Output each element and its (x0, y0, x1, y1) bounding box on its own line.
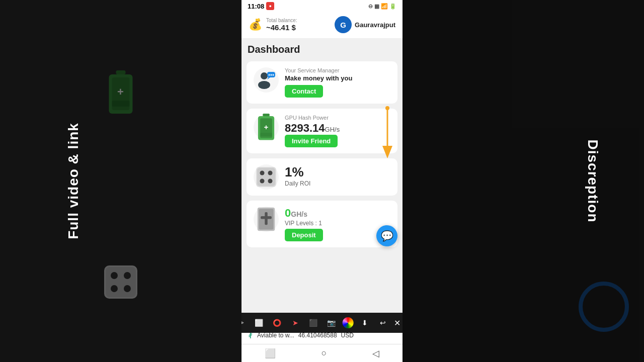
status-bar: 11:08 ● ⊖ ▦ 📶 🔋 (242, 0, 403, 12)
svg-text:+: + (264, 123, 269, 131)
right-overlay (403, 0, 644, 362)
service-subtitle: Your Service Manager (285, 67, 390, 73)
left-panel: + Full video & link (0, 0, 242, 362)
svg-point-15 (271, 74, 272, 76)
arrow-tool-btn[interactable]: ➤ (288, 316, 302, 330)
svg-point-31 (268, 179, 273, 184)
daily-roi-card: 1% Daily ROI (247, 158, 397, 196)
vip-icon-wrap (254, 207, 279, 232)
left-overlay (0, 0, 242, 362)
money-bag-icon: 💰 (249, 18, 262, 31)
center-phone: 11:08 ● ⊖ ▦ 📶 🔋 💰 Total balance: ~46.41 … (242, 0, 403, 362)
vip-zero: 0 (285, 207, 291, 219)
balance-label: Total balance: (266, 18, 297, 23)
balance-section: 💰 Total balance: ~46.41 $ (249, 18, 297, 32)
bottom-balance-amount: 46.410468588 (298, 332, 337, 339)
color-picker-btn[interactable] (343, 317, 354, 328)
service-icon-wrap (254, 67, 279, 93)
notification-icon: ● (266, 2, 274, 10)
pencil-tool-btn[interactable]: ✏ (242, 316, 248, 330)
chat-fab-button[interactable]: 💬 (376, 225, 397, 246)
status-icons: ⊖ ▦ 📶 🔋 (368, 3, 396, 10)
nav-home-icon[interactable]: ○ (321, 348, 327, 358)
service-manager-card: Your Service Manager Make money with you… (247, 61, 397, 104)
svg-point-25 (385, 106, 389, 110)
svg-marker-17 (267, 77, 270, 79)
avatar-initial: G (340, 21, 346, 29)
svg-rect-18 (263, 114, 270, 116)
phone-header: 💰 Total balance: ~46.41 $ G Gauravrajput (242, 12, 403, 39)
invite-friend-button[interactable]: Invite Friend (285, 135, 338, 147)
vip-icon (256, 207, 277, 232)
available-text: Aviable to w... (257, 332, 294, 339)
user-name: Gauravrajput (355, 21, 395, 29)
avatar: G (335, 16, 352, 33)
svg-point-16 (273, 74, 274, 76)
roi-value: 1% (285, 164, 390, 180)
close-toolbar-btn[interactable]: ✕ (394, 318, 400, 328)
right-vertical-text: Discreption (584, 139, 600, 222)
chat-icon: 💬 (381, 230, 393, 242)
svg-point-12 (258, 81, 270, 89)
roi-label: Daily ROI (285, 180, 390, 187)
vip-level-label: VIP Levels : 1 (285, 220, 390, 227)
download-btn[interactable]: ⬇ (358, 316, 372, 330)
nav-back-icon[interactable]: ◁ (372, 348, 379, 359)
sim-icon: ▦ (374, 3, 379, 10)
roi-dice-icon (256, 166, 277, 188)
undo-btn[interactable]: ↩ (376, 316, 390, 330)
roi-content: 1% Daily ROI (285, 164, 390, 187)
vip-content: 0GH/s VIP Levels : 1 Deposit (285, 207, 390, 241)
vip-value: 0GH/s (285, 207, 390, 220)
svg-point-11 (261, 72, 268, 79)
annotation-toolbar: ✏ ⬜ ⭕ ➤ ⬛ 📷 ⬇ ↩ ✕ + (242, 313, 403, 333)
vip-unit: GH/s (291, 210, 307, 218)
roi-icon-wrap (254, 164, 279, 190)
user-section[interactable]: G Gauravrajput (335, 16, 395, 33)
arrow-annotation (372, 103, 403, 163)
bottom-currency: USD (341, 332, 354, 339)
status-time: 11:08 (248, 3, 264, 10)
svg-point-29 (268, 171, 273, 175)
signal-minus-icon: ⊖ (368, 3, 373, 10)
svg-marker-24 (382, 146, 392, 158)
circle-tool-btn[interactable]: ⭕ (270, 316, 284, 330)
svg-rect-27 (257, 168, 275, 186)
balance-amount: ~46.41 $ (266, 23, 297, 32)
right-panel: Discreption (403, 0, 644, 362)
wifi-icon: 📶 (381, 3, 388, 10)
dashboard-title: Dashboard (247, 44, 397, 55)
gpu-battery-icon: + (256, 114, 277, 141)
svg-rect-22 (260, 133, 272, 136)
status-time-area: 11:08 ● (248, 2, 274, 10)
screenshot-tool-btn[interactable]: ⬛ (306, 316, 320, 330)
left-vertical-text: Full video & link (65, 123, 82, 239)
svg-rect-35 (261, 216, 272, 219)
deposit-button[interactable]: Deposit (285, 229, 323, 241)
service-title: Make money with you (285, 74, 390, 82)
service-manager-content: Your Service Manager Make money with you… (285, 67, 390, 98)
battery-icon: 🔋 (389, 3, 396, 10)
svg-point-28 (260, 171, 265, 175)
balance-info: Total balance: ~46.41 $ (266, 18, 297, 32)
camera-btn[interactable]: 📷 (325, 316, 339, 330)
vip-card: 0GH/s VIP Levels : 1 Deposit (247, 201, 397, 247)
svg-point-14 (269, 74, 270, 76)
svg-point-30 (260, 179, 265, 184)
phone-body: Dashboard Your Service Manager Make mone… (242, 39, 403, 335)
contact-button[interactable]: Contact (285, 85, 323, 98)
phone-navbar: ⬜ ○ ◁ (242, 344, 403, 362)
gpu-unit: GH/s (325, 126, 340, 133)
gpu-value-number: 8293.14 (285, 122, 325, 134)
rect-tool-btn[interactable]: ⬜ (252, 316, 266, 330)
service-manager-icon (256, 70, 276, 90)
nav-square-icon[interactable]: ⬜ (265, 348, 276, 359)
gpu-icon-wrap: + (254, 115, 279, 140)
